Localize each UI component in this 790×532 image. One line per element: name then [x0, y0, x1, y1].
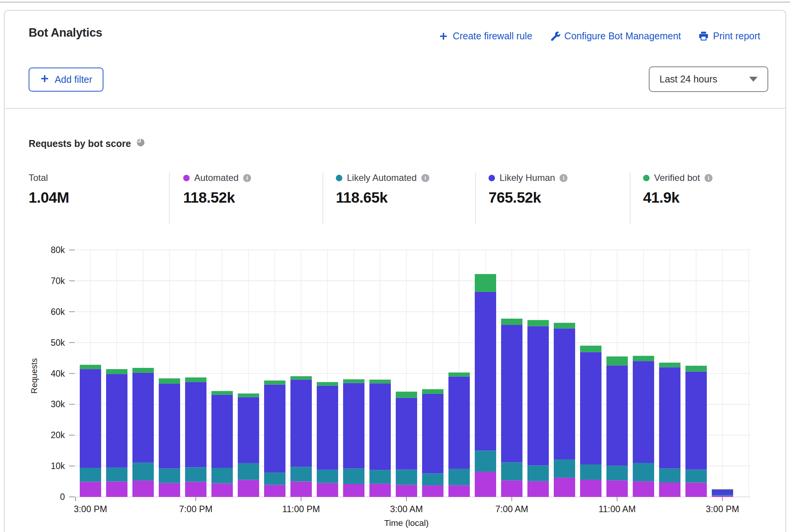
bar-segment-likely-human[interactable]	[343, 383, 364, 469]
bar-segment-automated[interactable]	[475, 472, 496, 497]
bar-segment-verified-bot[interactable]	[343, 379, 364, 383]
bar-segment-automated[interactable]	[185, 482, 206, 497]
bar-segment-likely-human[interactable]	[606, 365, 628, 466]
bar-segment-verified-bot[interactable]	[396, 392, 417, 398]
bar-segment-likely-human[interactable]	[554, 328, 575, 459]
bar-segment-verified-bot[interactable]	[290, 376, 312, 380]
bar-segment-likely-human[interactable]	[580, 352, 601, 464]
bar-segment-automated[interactable]	[238, 480, 259, 497]
bar-segment-verified-bot[interactable]	[712, 489, 733, 490]
bar-segment-verified-bot[interactable]	[132, 368, 154, 373]
bar-segment-likely-human[interactable]	[396, 398, 417, 469]
bar-segment-likely-automated[interactable]	[659, 469, 680, 482]
bar-segment-likely-human[interactable]	[422, 394, 443, 474]
bar-segment-automated[interactable]	[396, 485, 417, 497]
bar-segment-verified-bot[interactable]	[159, 378, 180, 384]
bar-segment-automated[interactable]	[685, 482, 707, 497]
bar-segment-verified-bot[interactable]	[580, 346, 601, 352]
bar-segment-automated[interactable]	[369, 484, 391, 497]
bar-segment-likely-automated[interactable]	[159, 469, 180, 483]
bar-segment-likely-automated[interactable]	[396, 469, 417, 485]
bar-segment-automated[interactable]	[343, 484, 364, 497]
bar-segment-likely-human[interactable]	[185, 382, 206, 467]
bar-segment-verified-bot[interactable]	[501, 319, 522, 325]
info-icon[interactable]: i	[559, 174, 568, 182]
bar-segment-verified-bot[interactable]	[369, 380, 391, 384]
bar-segment-likely-automated[interactable]	[80, 468, 101, 482]
bar-segment-likely-human[interactable]	[685, 372, 707, 470]
bar-segment-automated[interactable]	[580, 480, 601, 497]
bar-segment-likely-human[interactable]	[264, 385, 285, 472]
bar-segment-likely-automated[interactable]	[712, 495, 733, 496]
bar-segment-likely-automated[interactable]	[580, 464, 601, 480]
time-range-select[interactable]: Last 24 hours	[649, 66, 768, 92]
bar-segment-automated[interactable]	[80, 482, 101, 497]
bar-segment-verified-bot[interactable]	[527, 320, 549, 326]
bar-segment-likely-automated[interactable]	[527, 466, 549, 481]
bar-segment-likely-automated[interactable]	[633, 463, 654, 481]
bar-segment-likely-human[interactable]	[211, 395, 233, 468]
info-icon[interactable]: i	[705, 174, 713, 182]
add-filter-button[interactable]: Add filter	[29, 68, 103, 92]
bar-segment-likely-human[interactable]	[712, 490, 733, 495]
bar-segment-likely-human[interactable]	[106, 374, 127, 468]
bar-segment-likely-automated[interactable]	[475, 451, 496, 472]
bar-segment-likely-automated[interactable]	[501, 462, 522, 480]
bar-segment-likely-automated[interactable]	[132, 463, 154, 480]
bar-segment-automated[interactable]	[501, 480, 522, 497]
bar-segment-likely-human[interactable]	[475, 292, 496, 451]
bar-segment-automated[interactable]	[712, 496, 733, 497]
bar-segment-automated[interactable]	[606, 480, 628, 497]
bar-segment-automated[interactable]	[211, 483, 233, 497]
bar-segment-likely-human[interactable]	[659, 367, 680, 468]
bar-segment-automated[interactable]	[106, 482, 127, 497]
bar-segment-likely-automated[interactable]	[211, 468, 233, 483]
bar-segment-likely-human[interactable]	[448, 377, 470, 469]
bar-segment-likely-human[interactable]	[238, 397, 259, 463]
bar-segment-automated[interactable]	[633, 481, 654, 497]
bar-segment-likely-human[interactable]	[527, 326, 549, 466]
info-icon[interactable]: i	[421, 174, 429, 182]
bar-segment-verified-bot[interactable]	[80, 365, 101, 369]
bar-segment-likely-automated[interactable]	[369, 470, 391, 484]
bar-segment-likely-human[interactable]	[290, 380, 312, 467]
bar-segment-automated[interactable]	[317, 483, 338, 497]
bar-segment-likely-automated[interactable]	[238, 463, 259, 480]
bar-segment-verified-bot[interactable]	[606, 356, 628, 365]
bar-segment-automated[interactable]	[448, 485, 470, 497]
bar-segment-likely-automated[interactable]	[343, 469, 364, 484]
bar-segment-likely-automated[interactable]	[685, 469, 707, 482]
bar-segment-automated[interactable]	[159, 483, 180, 497]
bar-segment-verified-bot[interactable]	[317, 382, 338, 386]
bar-segment-likely-automated[interactable]	[554, 459, 575, 478]
bar-segment-likely-automated[interactable]	[106, 468, 127, 481]
bar-segment-likely-human[interactable]	[80, 369, 101, 468]
bar-segment-automated[interactable]	[659, 482, 680, 497]
bar-segment-verified-bot[interactable]	[448, 372, 470, 377]
bar-segment-verified-bot[interactable]	[106, 369, 127, 374]
bar-segment-likely-automated[interactable]	[448, 469, 470, 485]
bar-segment-likely-automated[interactable]	[264, 472, 285, 485]
bar-segment-verified-bot[interactable]	[264, 380, 285, 385]
configure-bot-management-link[interactable]: Configure Bot Management	[550, 31, 681, 42]
bar-segment-verified-bot[interactable]	[659, 363, 680, 367]
bar-segment-verified-bot[interactable]	[633, 356, 654, 361]
bar-segment-verified-bot[interactable]	[422, 389, 443, 394]
bar-segment-likely-human[interactable]	[501, 325, 522, 462]
bar-segment-likely-automated[interactable]	[422, 474, 443, 486]
bar-segment-automated[interactable]	[264, 485, 285, 497]
bar-segment-likely-automated[interactable]	[185, 467, 206, 482]
bar-segment-automated[interactable]	[422, 485, 443, 497]
bar-segment-verified-bot[interactable]	[238, 393, 259, 397]
bar-segment-likely-human[interactable]	[159, 384, 180, 468]
bar-segment-likely-automated[interactable]	[290, 467, 312, 482]
bar-segment-verified-bot[interactable]	[685, 366, 707, 371]
bar-segment-likely-human[interactable]	[633, 361, 654, 463]
bar-segment-likely-human[interactable]	[369, 383, 391, 470]
bar-segment-likely-human[interactable]	[132, 373, 154, 463]
info-icon[interactable]: i	[243, 174, 251, 182]
bar-segment-verified-bot[interactable]	[211, 391, 233, 395]
bar-segment-verified-bot[interactable]	[185, 377, 206, 382]
bar-segment-automated[interactable]	[554, 478, 575, 497]
bar-segment-automated[interactable]	[132, 480, 154, 497]
